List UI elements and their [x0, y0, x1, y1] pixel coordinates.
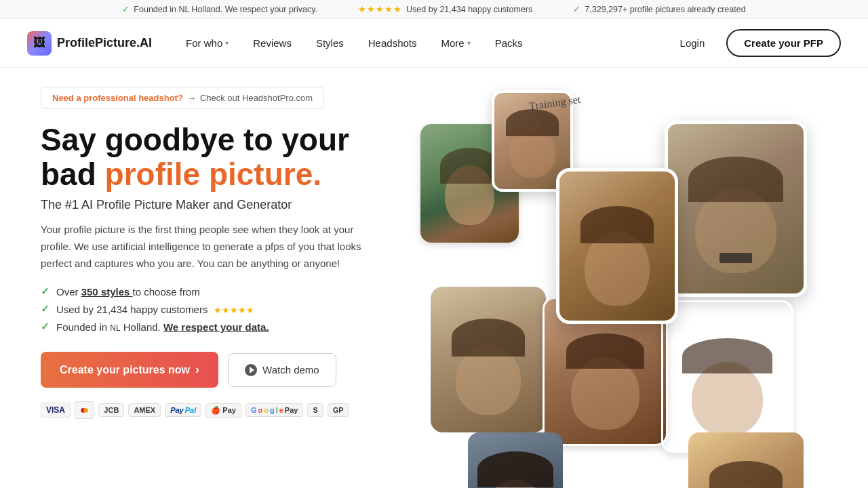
feature-privacy-text: Founded in NL Holland. We respect your d… [56, 321, 269, 333]
navbar: 🖼 ProfilePicture.AI For who ▾ Reviews St… [0, 19, 868, 68]
googlepay-icon: Google Pay [245, 403, 304, 417]
amex-icon: AMEX [128, 403, 161, 417]
nav-more[interactable]: More ▾ [441, 37, 471, 49]
topbar-privacy-text: Founded in NL Holland. We respect your p… [134, 5, 317, 14]
create-pfp-button[interactable]: Create your PFP [726, 29, 841, 57]
feature-item-customers: ✓ Used by 21,434 happy customers ★★★★★ [41, 303, 393, 315]
nav-more-label: More [441, 37, 465, 49]
nav-for-who-label: For who [186, 37, 222, 49]
portrait-bottom-left [431, 287, 546, 432]
hero-description: Your profile picture is the first thing … [41, 222, 366, 272]
portrait-anime [468, 432, 563, 488]
main-content: Need a professional headshot? → Check ou… [0, 68, 868, 466]
play-icon [245, 364, 257, 376]
topbar-count: ✓ 7,329,297+ profile pictures already cr… [573, 4, 745, 14]
check-icon-privacy: ✓ [41, 321, 50, 333]
nav-styles[interactable]: Styles [316, 37, 344, 49]
feature-item-styles: ✓ Over 350 styles to choose from [41, 285, 393, 298]
topbar-count-text: 7,329,297+ profile pictures already crea… [585, 5, 745, 14]
chevron-down-icon: ▾ [225, 39, 229, 47]
topbar-privacy: ✓ Founded in NL Holland. We respect your… [122, 4, 317, 14]
check-icon-styles: ✓ [41, 285, 50, 298]
banner-arrow: → [187, 93, 196, 103]
stripe-icon: S [307, 403, 323, 417]
arrow-right-icon: › [195, 363, 199, 377]
logo[interactable]: 🖼 ProfilePicture.AI [27, 31, 152, 56]
payment-icons-row: VISA ●● JCB AMEX PayPal 🍎 Pay Google Pay… [41, 401, 393, 419]
nav-actions: Login Create your PFP [669, 29, 841, 57]
star-rating-inline: ★★★★★ [214, 305, 254, 315]
nav-headshots-label: Headshots [368, 37, 417, 49]
applepay-icon: 🍎 Pay [205, 403, 241, 418]
nav-for-who[interactable]: For who ▾ [186, 37, 229, 49]
collage-container: Training set ↓ [407, 87, 841, 466]
nav-styles-label: Styles [316, 37, 344, 49]
nav-headshots[interactable]: Headshots [368, 37, 417, 49]
topbar-customers: ★★★★★ Used by 21,434 happy customers [358, 4, 532, 14]
check-icon-2: ✓ [573, 4, 580, 14]
feature-customers-text: Used by 21,434 happy customers ★★★★★ [56, 304, 254, 315]
styles-link[interactable]: 350 styles [81, 286, 133, 298]
feature-styles-text: Over 350 styles to choose from [56, 286, 200, 298]
visa-icon: VISA [41, 403, 71, 418]
portrait-bottom-right [661, 300, 793, 453]
chevron-down-icon-more: ▾ [467, 39, 471, 47]
hero-left: Need a professional headshot? → Check ou… [41, 87, 407, 419]
nav-reviews-label: Reviews [253, 37, 292, 49]
watch-demo-label: Watch demo [262, 364, 319, 375]
login-button[interactable]: Login [669, 32, 716, 54]
hero-line2-normal: bad [41, 157, 105, 192]
logo-text: ProfilePicture.AI [57, 36, 152, 50]
feature-list: ✓ Over 350 styles to choose from ✓ Used … [41, 285, 393, 333]
mastercard-icon: ●● [75, 401, 94, 419]
nav-links: For who ▾ Reviews Styles Headshots More … [186, 37, 669, 49]
gp-icon: GP [328, 403, 349, 417]
jcb-icon: JCB [98, 403, 124, 417]
banner-rest: Check out HeadshotPro.com [200, 93, 313, 103]
nav-packs[interactable]: Packs [495, 37, 523, 49]
star-rating-top: ★★★★★ [358, 4, 402, 14]
portrait-extra-right [688, 432, 804, 488]
check-icon-1: ✓ [122, 4, 130, 14]
portrait-top-right [665, 121, 807, 297]
watch-demo-button[interactable]: Watch demo [228, 353, 336, 387]
portrait-center-left [556, 168, 678, 324]
hero-heading: Say goodbye to your bad profile picture. [41, 123, 393, 191]
headshot-banner: Need a professional headshot? → Check ou… [41, 87, 324, 109]
topbar-customers-text: Used by 21,434 happy customers [406, 5, 532, 14]
privacy-link[interactable]: We respect your data. [163, 321, 269, 333]
headshot-link[interactable]: Need a professional headshot? [52, 93, 183, 103]
headshot-link-text: Need a professional headshot? [52, 93, 183, 103]
feature-item-privacy: ✓ Founded in NL Holland. We respect your… [41, 321, 393, 333]
top-bar: ✓ Founded in NL Holland. We respect your… [0, 0, 868, 19]
check-icon-customers: ✓ [41, 303, 50, 315]
hero-subtitle: The #1 AI Profile Picture Maker and Gene… [41, 198, 393, 212]
hero-line2-highlight: profile picture. [105, 157, 321, 192]
cta-row: Create your pictures now › Watch demo [41, 352, 393, 388]
create-pictures-button[interactable]: Create your pictures now › [41, 352, 218, 388]
create-pictures-label: Create your pictures now [60, 364, 190, 376]
nav-packs-label: Packs [495, 37, 523, 49]
hero-line1: Say goodbye to your [41, 122, 349, 157]
logo-icon: 🖼 [27, 31, 52, 56]
paypal-icon: PayPal [165, 403, 201, 417]
hero-image-collage: Training set ↓ [407, 87, 841, 466]
nav-reviews[interactable]: Reviews [253, 37, 292, 49]
